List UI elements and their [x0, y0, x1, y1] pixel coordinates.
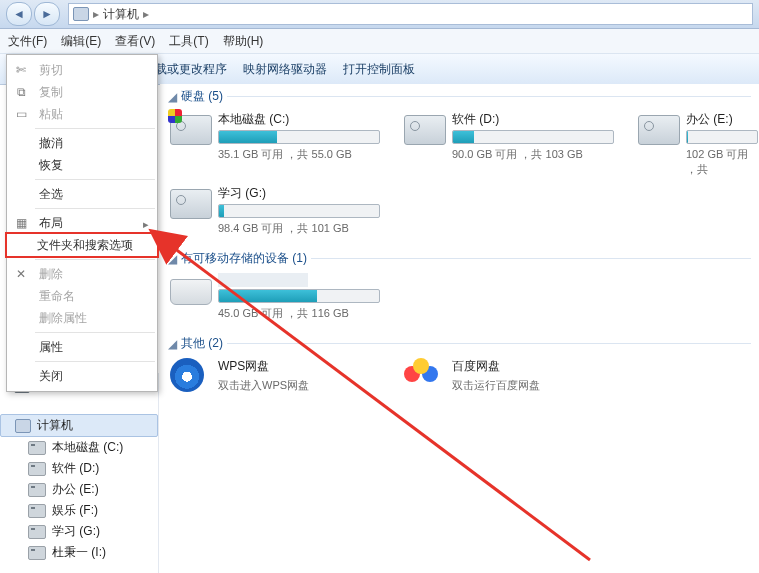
tree-drive-e[interactable]: 办公 (E:) [0, 479, 158, 500]
drive-icon [28, 525, 46, 539]
delete-icon: ✕ [13, 267, 29, 281]
menu-item-copy[interactable]: ⧉复制 [7, 81, 157, 103]
windows-badge-icon [168, 109, 182, 123]
menu-item-redo[interactable]: 恢复 [7, 154, 157, 176]
menu-edit[interactable]: 编辑(E) [61, 33, 101, 50]
menu-item-cut[interactable]: ✄剪切 [7, 59, 157, 81]
tree-drive-f[interactable]: 娱乐 (F:) [0, 500, 158, 521]
drive-icon [28, 546, 46, 560]
menu-item-folder-options[interactable]: 文件夹和搜索选项 [5, 232, 159, 258]
menu-file[interactable]: 文件(F) [8, 33, 47, 50]
app-tile-wps[interactable]: WPS网盘双击进入WPS网盘 [170, 358, 380, 394]
menu-item-remove-properties[interactable]: 删除属性 [7, 307, 157, 329]
menu-item-delete[interactable]: ✕删除 [7, 263, 157, 285]
paste-icon: ▭ [13, 107, 29, 121]
menu-bar: 文件(F) 编辑(E) 查看(V) 工具(T) 帮助(H) [0, 29, 759, 54]
removable-tile[interactable]: 45.0 GB 可用 ，共 116 GB [170, 273, 380, 321]
drive-icon [28, 483, 46, 497]
forward-button[interactable]: ► [34, 2, 60, 26]
collapse-icon: ◢ [168, 337, 177, 351]
navigation-pane: 家庭组 计算机 本地磁盘 (C:) 软件 (D:) 办公 (E:) 娱乐 (F:… [0, 373, 159, 573]
menu-tools[interactable]: 工具(T) [169, 33, 208, 50]
drive-icon [170, 189, 212, 219]
drive-tile-d[interactable]: 软件 (D:)90.0 GB 可用 ，共 103 GB [404, 111, 614, 177]
organize-menu: ✄剪切 ⧉复制 ▭粘贴 撤消 恢复 全选 ▦布局▸ 文件夹和搜索选项 ✕删除 重… [6, 54, 158, 392]
drive-icon [28, 441, 46, 455]
usage-bar [452, 130, 614, 144]
drive-icon [28, 462, 46, 476]
usage-bar [218, 130, 380, 144]
toolbar-control-panel[interactable]: 打开控制面板 [343, 61, 415, 78]
usage-bar [686, 130, 758, 144]
menu-view[interactable]: 查看(V) [115, 33, 155, 50]
menu-item-paste[interactable]: ▭粘贴 [7, 103, 157, 125]
computer-icon [15, 419, 31, 433]
menu-item-properties[interactable]: 属性 [7, 336, 157, 358]
drive-icon [638, 115, 680, 145]
chevron-right-icon: ▸ [143, 7, 149, 21]
tree-drive-c[interactable]: 本地磁盘 (C:) [0, 437, 158, 458]
menu-item-undo[interactable]: 撤消 [7, 132, 157, 154]
collapse-icon: ◢ [168, 90, 177, 104]
removable-drive-icon [170, 279, 212, 305]
tree-computer[interactable]: 计算机 [0, 414, 158, 437]
copy-icon: ⧉ [13, 85, 29, 99]
breadcrumb[interactable]: 计算机 [103, 6, 139, 23]
drive-tile-e[interactable]: 办公 (E:)102 GB 可用 ，共 [638, 111, 748, 177]
baidu-icon [404, 358, 438, 392]
address-bar[interactable]: ▸ 计算机 ▸ [68, 3, 753, 25]
toolbar-map-drive[interactable]: 映射网络驱动器 [243, 61, 327, 78]
chevron-right-icon: ▸ [143, 218, 149, 231]
tree-drive-i[interactable]: 杜秉一 (I:) [0, 542, 158, 563]
app-tile-baidu[interactable]: 百度网盘双击运行百度网盘 [404, 358, 614, 394]
cut-icon: ✄ [13, 63, 29, 77]
layout-icon: ▦ [13, 216, 29, 230]
content-area: ◢ 硬盘 (5) 本地磁盘 (C:)35.1 GB 可用 ，共 55.0 GB … [160, 84, 759, 573]
menu-item-select-all[interactable]: 全选 [7, 183, 157, 205]
computer-icon [73, 7, 89, 21]
drive-tile-c[interactable]: 本地磁盘 (C:)35.1 GB 可用 ，共 55.0 GB [170, 111, 380, 177]
chevron-right-icon: ▸ [93, 7, 99, 21]
group-header-removable[interactable]: ◢ 有可移动存储的设备 (1) [160, 246, 759, 271]
group-header-hdd[interactable]: ◢ 硬盘 (5) [160, 84, 759, 109]
drive-tile-g[interactable]: 学习 (G:)98.4 GB 可用 ，共 101 GB [170, 185, 380, 236]
drive-icon [28, 504, 46, 518]
menu-help[interactable]: 帮助(H) [223, 33, 264, 50]
usage-bar [218, 204, 380, 218]
tree-drive-d[interactable]: 软件 (D:) [0, 458, 158, 479]
group-header-other[interactable]: ◢ 其他 (2) [160, 331, 759, 356]
tree-drive-g[interactable]: 学习 (G:) [0, 521, 158, 542]
menu-item-layout[interactable]: ▦布局▸ [7, 212, 157, 234]
wps-icon [170, 358, 204, 392]
collapse-icon: ◢ [168, 252, 177, 266]
window-titlebar: ◄ ► ▸ 计算机 ▸ [0, 0, 759, 29]
drive-icon [404, 115, 446, 145]
back-button[interactable]: ◄ [6, 2, 32, 26]
usage-bar [218, 289, 380, 303]
menu-item-rename[interactable]: 重命名 [7, 285, 157, 307]
menu-item-close[interactable]: 关闭 [7, 365, 157, 387]
redacted-label [218, 273, 308, 287]
